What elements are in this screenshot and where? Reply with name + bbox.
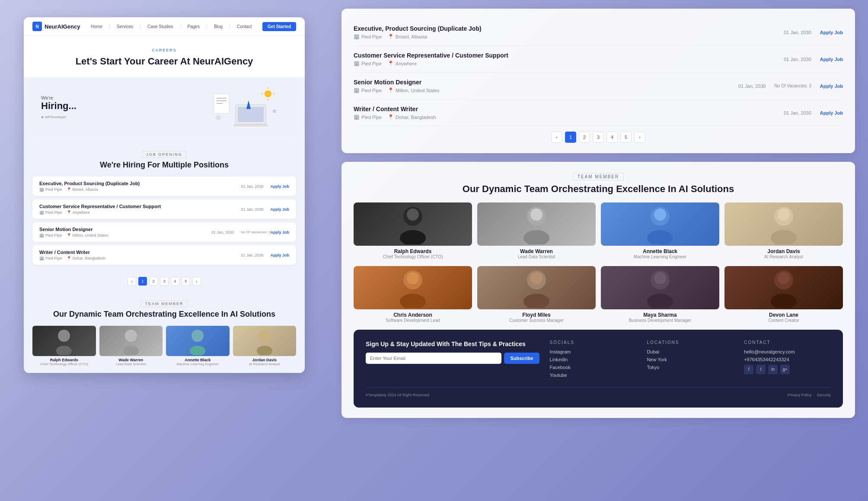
job-date-3: 01 Jan, 2030 [211, 230, 234, 234]
right-job-company-4: 🏢 Pied Pipe [354, 114, 382, 120]
footer-security[interactable]: Security [817, 393, 831, 397]
right-team-role-7: Business Development Manager [601, 318, 719, 323]
nav-blog[interactable]: Blog [214, 24, 223, 29]
job-section-tag: JOB OPENING [142, 151, 186, 158]
team-name-1: Ralph Edwards [32, 358, 96, 362]
svg-point-41 [647, 294, 673, 308]
footer-new-york[interactable]: New York [647, 357, 734, 362]
apply-button-2[interactable]: Apply Job [270, 207, 289, 212]
right-page-2[interactable]: 2 [579, 132, 590, 143]
get-started-button[interactable]: Get Started [262, 22, 296, 31]
social-icon-facebook[interactable]: f [744, 365, 753, 374]
right-team-name-8: Devon Lane [724, 312, 843, 318]
footer-linkedin[interactable]: LinkedIn [550, 357, 637, 362]
nav-home[interactable]: Home [91, 24, 102, 29]
right-team-member-8: Devon Lane Content Creator [724, 266, 843, 323]
page-2[interactable]: 2 [149, 277, 158, 286]
footer-privacy[interactable]: Privacy Policy [787, 393, 811, 397]
right-page-1[interactable]: 1 [565, 132, 576, 143]
right-job-info-2: Customer Service Representative / Custom… [354, 52, 775, 66]
team-grid: Ralph Edwards Chief Technology Officer (… [32, 326, 296, 366]
team-name-2: Wade Warren [99, 358, 163, 362]
right-team-photo-8 [724, 266, 843, 309]
svg-point-17 [123, 346, 139, 355]
right-apply-button-4[interactable]: Apply Job [820, 110, 843, 116]
right-team-title: Our Dynamic Team Orchestrating Excellenc… [354, 183, 843, 196]
social-icon-linkedin[interactable]: in [768, 365, 778, 374]
footer-tokyo[interactable]: Tokyo [647, 365, 734, 370]
apply-button-1[interactable]: Apply Job [270, 184, 289, 189]
right-job-card-2: Customer Service Representative / Custom… [354, 46, 843, 73]
nav-contact[interactable]: Contact [237, 24, 252, 29]
right-pagination: ‹ 1 2 3 4 5 › [354, 126, 843, 143]
right-team-photo-3 [601, 202, 719, 246]
hero-section: CAREERS Let's Start Your Career At NeurA… [24, 36, 305, 77]
apply-button-3[interactable]: Apply Job [270, 230, 289, 234]
right-job-date-1: 01 Jan, 2030 [784, 30, 811, 35]
page-5[interactable]: 5 [182, 277, 190, 286]
newsletter-input[interactable] [366, 353, 501, 364]
right-job-date-2: 01 Jan, 2030 [784, 57, 811, 62]
footer-facebook[interactable]: Facebook [550, 365, 637, 370]
right-team-grid-row2: Chris Anderson Software Development Lead… [354, 266, 843, 323]
nav-links: Home Services Case Studies Pages Blog Co… [87, 24, 255, 29]
right-job-card-3: Senior Motion Designer 🏢 Pied Pipe 📍 Mil… [354, 73, 843, 100]
right-apply-button-2[interactable]: Apply Job [820, 57, 843, 62]
team-photo-3 [166, 326, 230, 356]
right-job-info-4: Writer / Content Writer 🏢 Pied Pipe 📍 Do… [354, 106, 775, 120]
right-job-title-3: Senior Motion Designer [354, 79, 730, 86]
team-role-2: Lead Data Scientist [99, 362, 163, 366]
job-company-3: 🏢 Pied Pipe [39, 233, 62, 238]
nav-services[interactable]: Services [117, 24, 133, 29]
svg-point-45 [778, 272, 790, 284]
svg-point-44 [771, 294, 797, 308]
footer-locations-title: LOCATIONS [647, 340, 734, 345]
right-apply-button-1[interactable]: Apply Job [820, 30, 843, 35]
social-icon-gplus[interactable]: g+ [780, 365, 790, 374]
job-card-1: Executive, Product Sourcing (Duplicate J… [32, 177, 296, 196]
job-section-title: We're Hiring For Multiple Positions [24, 161, 305, 170]
job-location-3: 📍 Milton, United States [67, 233, 108, 238]
svg-point-14 [58, 330, 70, 342]
job-title-1: Executive, Product Sourcing (Duplicate J… [39, 181, 234, 186]
social-icon-twitter[interactable]: t [756, 365, 766, 374]
nav-divider-3 [180, 24, 181, 29]
right-team-name-1: Ralph Edwards [354, 248, 472, 254]
job-title-2: Customer Service Representative / Custom… [39, 204, 234, 209]
hiring-visual [201, 85, 287, 128]
job-meta-4: 🏢 Pied Pipe 📍 Dohar, Bangladesh [39, 256, 234, 260]
footer-youtube[interactable]: Youtube [550, 373, 637, 378]
careers-tag: CAREERS [41, 48, 287, 52]
job-vacancies-3: No Of Vacancies: 2 [241, 230, 270, 234]
svg-point-7 [265, 90, 271, 97]
page-1[interactable]: 1 [138, 277, 147, 286]
job-date-2: 01 Jan, 2030 [241, 207, 263, 212]
team-photo-2 [99, 326, 163, 356]
right-job-card-1: Executive, Product Sourcing (Duplicate J… [354, 19, 843, 46]
right-panel: Executive, Product Sourcing (Duplicate J… [329, 0, 868, 501]
right-page-4[interactable]: 4 [606, 132, 618, 143]
svg-rect-2 [233, 124, 268, 126]
right-page-5[interactable]: 5 [620, 132, 632, 143]
footer-dubai[interactable]: Dubai [647, 349, 734, 354]
footer-instagram[interactable]: Instagram [550, 349, 637, 354]
right-page-next[interactable]: › [634, 132, 645, 143]
page-prev[interactable]: ‹ [128, 277, 136, 286]
apply-button-4[interactable]: Apply Job [270, 253, 289, 257]
right-page-3[interactable]: 3 [593, 132, 604, 143]
page-3[interactable]: 3 [160, 277, 169, 286]
right-team-member-2: Wade Warren Lead Data Scientist [477, 202, 596, 259]
logo-icon: N [32, 22, 42, 31]
job-meta-3: 🏢 Pied Pipe 📍 Milton, United States [39, 233, 204, 238]
newsletter-subscribe-button[interactable]: Subscribe [504, 353, 539, 364]
nav-pages[interactable]: Pages [188, 24, 200, 29]
nav-case-studies[interactable]: Case Studies [147, 24, 173, 29]
right-apply-button-3[interactable]: Apply Job [820, 84, 843, 89]
nav-divider-5 [230, 24, 230, 29]
right-job-meta-2: 🏢 Pied Pipe 📍 Anywhere [354, 61, 775, 66]
job-date-1: 01 Jan, 2030 [241, 184, 263, 189]
page-4[interactable]: 4 [171, 277, 179, 286]
right-page-prev[interactable]: ‹ [551, 132, 562, 143]
page-next[interactable]: › [192, 277, 201, 286]
right-team-tag: TEAM MEMBER [573, 173, 624, 180]
